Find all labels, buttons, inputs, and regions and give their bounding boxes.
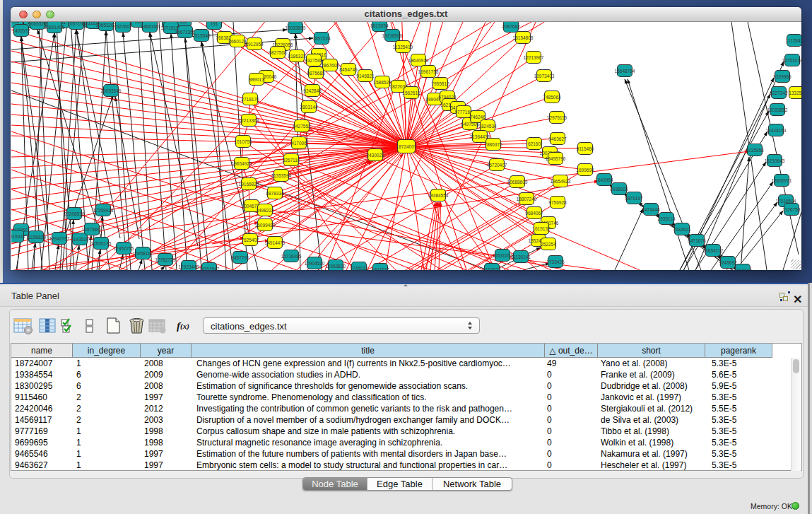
svg-text:2935114: 2935114 (658, 216, 676, 221)
svg-text:8471676: 8471676 (688, 238, 706, 243)
svg-text:9184742: 9184742 (734, 268, 752, 271)
svg-text:3267110: 3267110 (283, 158, 300, 163)
svg-text:3915341: 3915341 (11, 234, 25, 239)
svg-text:1126753: 1126753 (783, 207, 801, 212)
svg-text:7886372: 7886372 (484, 142, 502, 147)
svg-text:191: 191 (211, 22, 218, 26)
svg-text:15716485: 15716485 (281, 254, 302, 259)
svg-text:8938923: 8938923 (610, 187, 628, 192)
svg-text:20053346: 20053346 (101, 88, 122, 93)
svg-text:9745012: 9745012 (350, 266, 368, 271)
svg-text:18724007: 18724007 (396, 144, 417, 149)
svg-text:11325419: 11325419 (393, 45, 413, 49)
svg-text:1588520: 1588520 (373, 80, 392, 85)
svg-text:10782759: 10782759 (155, 257, 176, 262)
svg-text:10531004: 10531004 (493, 253, 513, 258)
svg-text:9463627: 9463627 (548, 136, 567, 141)
svg-text:19218506: 19218506 (382, 33, 403, 38)
svg-text:16961758: 16961758 (418, 69, 439, 74)
svg-text:133254: 133254 (789, 90, 801, 95)
svg-text:1733426: 1733426 (546, 259, 565, 264)
svg-text:9827508: 9827508 (269, 50, 287, 55)
svg-text:989013: 989013 (249, 77, 264, 82)
svg-text:19384554: 19384554 (428, 193, 449, 198)
svg-text:8813054: 8813054 (370, 23, 389, 28)
svg-text:9104522: 9104522 (483, 267, 501, 271)
svg-text:9242848: 9242848 (303, 88, 322, 93)
svg-text:1405572: 1405572 (12, 28, 30, 33)
svg-text:9245652: 9245652 (719, 260, 737, 265)
svg-text:9329966: 9329966 (773, 74, 792, 79)
svg-text:21364436: 21364436 (470, 134, 490, 139)
svg-text:19654925: 19654925 (232, 161, 252, 166)
svg-text:16033809: 16033809 (286, 25, 306, 30)
svg-text:7625402: 7625402 (241, 238, 259, 243)
svg-text:20691406: 20691406 (45, 25, 65, 30)
svg-text:16154808: 16154808 (513, 35, 534, 40)
svg-text:11156829: 11156829 (26, 235, 46, 240)
svg-text:15751074: 15751074 (782, 58, 801, 63)
svg-text:7485063: 7485063 (543, 95, 561, 100)
svg-text:16210643: 16210643 (765, 158, 785, 163)
svg-text:17016504: 17016504 (776, 199, 796, 204)
svg-text:15692971: 15692971 (772, 178, 792, 183)
svg-text:8404727: 8404727 (371, 267, 389, 271)
svg-text:12093852: 12093852 (767, 107, 788, 112)
svg-text:(x): (x) (180, 322, 189, 331)
svg-text:10975887: 10975887 (82, 227, 102, 232)
svg-text:11063820: 11063820 (326, 264, 346, 269)
svg-text:1057194: 1057194 (67, 22, 86, 26)
svg-text:9227342: 9227342 (770, 90, 788, 95)
svg-text:10654112: 10654112 (703, 248, 724, 253)
svg-text:1112843: 1112843 (786, 38, 801, 43)
svg-text:18640910: 18640910 (408, 58, 429, 63)
svg-text:2430023: 2430023 (366, 153, 384, 158)
svg-text:12213363: 12213363 (239, 118, 259, 123)
svg-text:252254: 252254 (541, 242, 556, 247)
svg-text:2867608: 2867608 (321, 63, 339, 68)
svg-text:9684067: 9684067 (525, 211, 543, 216)
svg-text:10973403: 10973403 (534, 74, 555, 78)
svg-text:746246: 746246 (470, 115, 486, 119)
svg-text:9756928: 9756928 (548, 200, 567, 205)
svg-text:1615132: 1615132 (532, 226, 551, 231)
svg-text:7515540: 7515540 (192, 33, 211, 38)
svg-text:45720407: 45720407 (487, 163, 507, 168)
svg-text:3498222: 3498222 (256, 208, 274, 213)
svg-text:2718170: 2718170 (241, 97, 259, 102)
svg-text:1562615: 1562615 (402, 90, 420, 95)
svg-text:8912954: 8912954 (245, 42, 264, 47)
svg-text:17957255: 17957255 (114, 246, 134, 251)
svg-text:19166825: 19166825 (239, 182, 259, 187)
svg-text:9474444: 9474444 (642, 207, 660, 212)
svg-text:10958117: 10958117 (133, 251, 153, 256)
svg-text:17359928: 17359928 (93, 208, 114, 213)
svg-text:7632621: 7632621 (673, 227, 691, 232)
svg-text:16648784: 16648784 (615, 69, 635, 74)
svg-text:12505135: 12505135 (91, 241, 112, 246)
svg-text:12213967: 12213967 (524, 55, 544, 60)
svg-text:20206536: 20206536 (64, 211, 85, 216)
svg-text:9146821: 9146821 (356, 74, 375, 78)
svg-text:11353594: 11353594 (271, 173, 292, 178)
svg-text:9115460: 9115460 (577, 146, 594, 151)
svg-text:12942757: 12942757 (49, 236, 70, 241)
svg-text:16099489: 16099489 (255, 223, 276, 228)
svg-text:8454749: 8454749 (339, 67, 358, 72)
svg-text:12923448: 12923448 (179, 264, 199, 269)
svg-text:6466160: 6466160 (141, 24, 159, 29)
svg-text:1143519: 1143519 (71, 237, 89, 242)
svg-text:6879197: 6879197 (625, 196, 643, 201)
svg-text:8660124: 8660124 (228, 39, 247, 44)
svg-text:10904520: 10904520 (305, 261, 325, 266)
svg-text:182: 182 (180, 22, 188, 24)
svg-text:2087682: 2087682 (502, 24, 520, 29)
svg-text:7955812: 7955812 (431, 81, 449, 86)
svg-text:8427552: 8427552 (293, 124, 311, 129)
svg-text:417006: 417006 (291, 141, 307, 146)
svg-text:10688609: 10688609 (507, 180, 528, 185)
svg-text:2803144: 2803144 (300, 105, 318, 110)
svg-text:8215958: 8215958 (746, 148, 764, 153)
svg-text:18807249: 18807249 (517, 197, 537, 201)
svg-text:14351542: 14351542 (199, 267, 220, 271)
